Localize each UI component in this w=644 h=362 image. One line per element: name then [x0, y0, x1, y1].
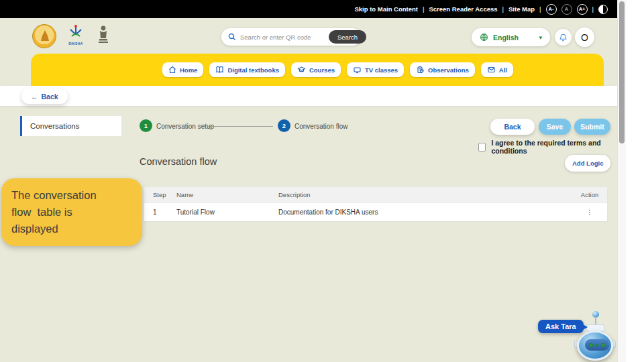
search-bar: Search	[221, 28, 361, 46]
diksha-logo: DIKSHA	[66, 24, 86, 46]
chevron-down-icon: ▾	[539, 34, 542, 41]
step-1-indicator: 1	[140, 119, 152, 132]
nav-home-button[interactable]: Home	[162, 62, 203, 77]
cell-description: Documentation for DIKSHA users	[278, 208, 572, 216]
vertical-scrollbar[interactable]	[617, 0, 626, 362]
sidebar-item-conversations[interactable]: Conversations	[20, 116, 121, 136]
font-increase-button[interactable]: A+	[577, 4, 588, 15]
book-icon	[215, 66, 224, 74]
notifications-button[interactable]	[555, 29, 572, 46]
site-map-link[interactable]: Site Map	[508, 5, 535, 13]
language-label: English	[493, 34, 534, 42]
diksha-logo-mark	[68, 24, 84, 40]
table-header-row: Step Name Description Action	[144, 187, 607, 202]
add-logic-button[interactable]: Add Logic	[565, 155, 610, 172]
nav-observations-label: Observations	[428, 66, 469, 74]
terms-row: I agree to the required terms and condit…	[478, 139, 617, 155]
nav-all-label: All	[499, 66, 507, 74]
back-label: Back	[42, 93, 58, 101]
step-2-label: Conversation flow	[294, 123, 347, 130]
tamilnadu-govt-logo	[32, 24, 56, 48]
nav-courses-label: Courses	[309, 66, 335, 74]
app-window: Skip to Main Content | Screen Reader Acc…	[0, 0, 617, 362]
skip-to-main-link[interactable]: Skip to Main Content	[354, 5, 417, 13]
robot-eye-right	[601, 343, 605, 347]
col-header-name: Name	[176, 191, 278, 198]
clipboard-icon	[416, 66, 425, 74]
home-icon	[168, 66, 176, 74]
globe-icon	[480, 33, 488, 42]
back-button[interactable]: ← Back	[21, 88, 68, 104]
separator: |	[592, 5, 594, 13]
search-input[interactable]	[240, 34, 329, 41]
nav-home-label: Home	[180, 66, 197, 74]
form-back-button[interactable]: Back	[490, 119, 535, 135]
back-arrow-icon: ←	[31, 93, 38, 101]
back-strip: ← Back	[0, 86, 617, 106]
ask-tara-button[interactable]: Ask Tara	[538, 320, 584, 333]
scrollbar-thumb[interactable]	[619, 1, 625, 143]
tv-icon	[353, 66, 362, 74]
cell-step: 1	[144, 208, 176, 216]
col-header-step: Step	[144, 191, 176, 198]
robot-eye-left	[589, 343, 593, 347]
robot-mouth-dot	[596, 344, 598, 347]
font-decrease-button[interactable]: A-	[546, 4, 557, 15]
col-header-action: Action	[572, 191, 607, 198]
india-emblem-logo	[95, 24, 111, 47]
header-logos: DIKSHA	[32, 24, 111, 48]
cell-action: ⋮	[572, 208, 607, 216]
contrast-toggle-icon[interactable]	[598, 5, 608, 14]
accessibility-topbar: Skip to Main Content | Screen Reader Acc…	[0, 0, 617, 18]
col-header-description: Description	[278, 191, 572, 198]
robot-visor	[585, 339, 609, 351]
nav-digital-textbooks-button[interactable]: Digital textbooks	[209, 62, 285, 77]
save-button[interactable]: Save	[539, 119, 571, 135]
nav-buttons: Home Digital textbooks Courses TV classe…	[162, 62, 513, 77]
nav-observations-button[interactable]: Observations	[410, 62, 475, 77]
language-selector[interactable]: English ▾	[472, 28, 550, 46]
step-1-label: Conversation setup	[156, 123, 214, 130]
diksha-app-screen: Skip to Main Content | Screen Reader Acc…	[0, 0, 644, 362]
user-avatar[interactable]: O	[575, 27, 594, 47]
diksha-logo-label: DIKSHA	[66, 42, 86, 46]
terms-label: I agree to the required terms and condit…	[491, 139, 617, 155]
nav-courses-button[interactable]: Courses	[291, 62, 341, 77]
tour-callout: The conversation flow table is displayed	[1, 178, 142, 246]
separator: |	[502, 5, 504, 13]
search-icon	[228, 33, 236, 41]
sidebar-item-label: Conversations	[30, 122, 80, 130]
nav-tv-classes-label: TV classes	[365, 66, 398, 74]
bell-icon	[559, 33, 568, 42]
graduation-cap-icon	[297, 66, 306, 74]
stepper-connector	[207, 126, 273, 127]
conversation-flow-table: Step Name Description Action 1 Tutorial …	[144, 187, 607, 221]
nav-all-button[interactable]: All	[481, 62, 513, 77]
kebab-menu-icon[interactable]: ⋮	[586, 208, 593, 216]
main-navbar: Home Digital textbooks Courses TV classe…	[31, 54, 604, 86]
font-normal-button[interactable]: A	[561, 4, 572, 15]
tara-robot-icon[interactable]	[574, 311, 614, 361]
screen-reader-link[interactable]: Screen Reader Access	[429, 5, 497, 13]
page-title: Conversation flow	[140, 156, 217, 167]
nav-digital-textbooks-label: Digital textbooks	[227, 66, 279, 74]
separator: |	[423, 5, 424, 13]
search-button[interactable]: Search	[329, 30, 366, 44]
table-row: 1 Tutorial Flow Documentation for DIKSHA…	[144, 202, 607, 221]
submit-button[interactable]: Submit	[574, 119, 610, 135]
envelope-icon	[487, 66, 496, 74]
nav-tv-classes-button[interactable]: TV classes	[347, 62, 404, 77]
step-2-indicator: 2	[278, 119, 290, 132]
terms-checkbox[interactable]	[478, 143, 486, 152]
separator: |	[539, 5, 541, 13]
cell-name: Tutorial Flow	[176, 208, 278, 216]
